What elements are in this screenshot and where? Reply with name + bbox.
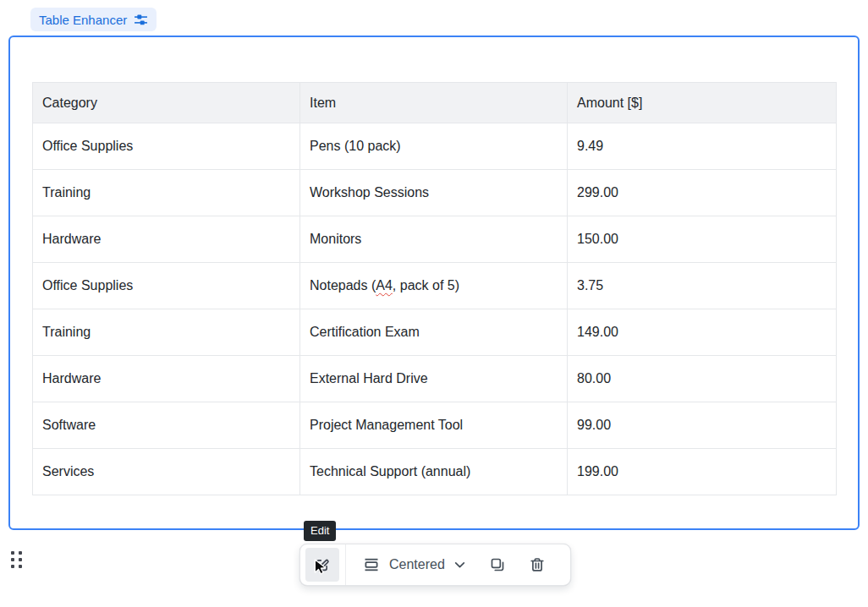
- expenses-table: CategoryItemAmount [$] Office SuppliesPe…: [32, 82, 837, 495]
- cell-category: Office Supplies: [33, 263, 300, 309]
- cell-amount: 199.00: [568, 449, 837, 495]
- column-header: Amount [$]: [568, 83, 837, 123]
- delete-button[interactable]: [520, 548, 554, 582]
- cell-item: Workshop Sessions: [300, 170, 568, 216]
- alignment-label: Centered: [389, 557, 445, 572]
- cell-category: Hardware: [33, 356, 300, 402]
- cell-category: Training: [33, 170, 300, 216]
- table-row: Office SuppliesNotepads (A4, pack of 5)3…: [33, 263, 837, 309]
- cell-item: Project Management Tool: [300, 402, 568, 449]
- cell-amount: 99.00: [568, 402, 837, 449]
- table-row: Office SuppliesPens (10 pack)9.49: [33, 123, 837, 170]
- copy-button[interactable]: [481, 548, 514, 582]
- header-row: CategoryItemAmount [$]: [33, 83, 837, 123]
- table-row: ServicesTechnical Support (annual)199.00: [33, 449, 837, 495]
- cell-amount: 9.49: [568, 123, 837, 170]
- copy-icon: [489, 556, 506, 573]
- table-row: HardwareMonitors150.00: [33, 216, 837, 263]
- trash-icon: [529, 556, 546, 573]
- cell-amount: 3.75: [568, 263, 837, 309]
- table-header: CategoryItemAmount [$]: [33, 83, 837, 123]
- column-header: Item: [300, 83, 568, 123]
- cell-category: Software: [33, 402, 300, 449]
- cell-item: Notepads (A4, pack of 5): [300, 263, 568, 309]
- cell-item: External Hard Drive: [300, 356, 568, 402]
- chevron-down-icon: [454, 561, 465, 569]
- table-body: Office SuppliesPens (10 pack)9.49Trainin…: [33, 123, 837, 495]
- misspelled-word: A4: [376, 278, 393, 293]
- cell-category: Training: [33, 309, 300, 356]
- cell-item: Pens (10 pack): [300, 123, 568, 170]
- floating-toolbar: Centered: [299, 544, 571, 586]
- edit-pencil-icon: [314, 556, 331, 573]
- cell-category: Office Supplies: [33, 123, 300, 170]
- column-header: Category: [33, 83, 300, 123]
- cell-category: Hardware: [33, 216, 300, 263]
- drag-handle-icon[interactable]: [11, 551, 22, 568]
- edit-tooltip: Edit: [304, 521, 336, 541]
- table-row: SoftwareProject Management Tool99.00: [33, 402, 837, 449]
- cell-amount: 80.00: [568, 356, 837, 402]
- edit-tooltip-label: Edit: [310, 524, 329, 537]
- macro-chip-label: Table Enhancer: [39, 13, 127, 27]
- cell-category: Services: [33, 449, 300, 495]
- table-row: TrainingCertification Exam149.00: [33, 309, 837, 356]
- cell-amount: 150.00: [568, 216, 837, 263]
- align-center-icon: [363, 556, 380, 573]
- macro-container[interactable]: CategoryItemAmount [$] Office SuppliesPe…: [8, 36, 860, 530]
- cell-item: Certification Exam: [300, 309, 568, 356]
- toolbar-separator: [345, 544, 346, 585]
- alignment-dropdown[interactable]: Centered: [363, 556, 465, 573]
- sliders-icon: [134, 13, 148, 27]
- table-row: HardwareExternal Hard Drive80.00: [33, 356, 837, 402]
- cell-item: Technical Support (annual): [300, 449, 568, 495]
- edit-button[interactable]: [305, 548, 339, 582]
- cell-amount: 149.00: [568, 309, 837, 356]
- cell-amount: 299.00: [568, 170, 837, 216]
- cell-item: Monitors: [300, 216, 568, 263]
- macro-chip[interactable]: Table Enhancer: [30, 8, 157, 31]
- table-row: TrainingWorkshop Sessions299.00: [33, 170, 837, 216]
